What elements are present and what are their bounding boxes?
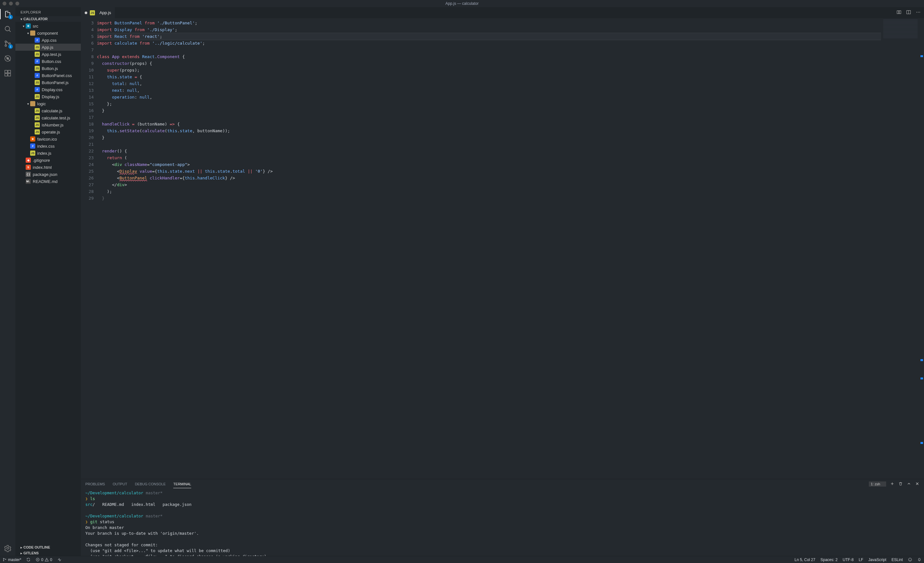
terminal-output[interactable]: ~/Development/calculator master*❯ lssrc/… <box>81 489 924 556</box>
split-editor-icon[interactable] <box>906 10 911 16</box>
code-line[interactable]: operation: null, <box>97 94 881 101</box>
file-row[interactable]: JSButtonPanel.js <box>15 79 81 86</box>
code-line[interactable]: <ButtonPanel clickHandler={this.handleCl… <box>97 175 881 182</box>
window-minimize-dot[interactable] <box>9 2 13 6</box>
activity-debug-icon[interactable] <box>3 54 12 63</box>
code-line[interactable]: } <box>97 195 881 201</box>
scm-badge: 1 <box>8 44 13 49</box>
file-row[interactable]: #Button.css <box>15 58 81 65</box>
code-line[interactable]: } <box>97 134 881 141</box>
code-line[interactable]: constructor(props) { <box>97 60 881 67</box>
code-line[interactable]: } <box>97 107 881 114</box>
file-row[interactable]: JSApp.js <box>15 44 81 51</box>
code-line[interactable]: import ButtonPanel from './ButtonPanel'; <box>97 20 881 26</box>
code-line[interactable]: handleClick = (buttonName) => { <box>97 121 881 128</box>
code-line[interactable]: total: null, <box>97 80 881 87</box>
file-row[interactable]: ◆.gitignore <box>15 157 81 164</box>
code-line[interactable]: </div> <box>97 182 881 188</box>
status-cursor-position[interactable]: Ln 5, Col 27 <box>792 557 818 562</box>
activity-settings-icon[interactable] <box>3 544 12 553</box>
minimap[interactable] <box>881 18 920 479</box>
terminal-line: Your branch is up-to-date with 'origin/m… <box>86 531 920 536</box>
editor-tab-appjs[interactable]: JS App.js <box>81 7 115 18</box>
file-row[interactable]: #App.css <box>15 37 81 44</box>
code-line[interactable]: import Display from './Display'; <box>97 26 881 33</box>
code-line[interactable] <box>97 141 881 148</box>
file-row[interactable]: JSindex.js <box>15 150 81 157</box>
new-terminal-icon[interactable] <box>890 482 894 486</box>
overview-ruler[interactable] <box>920 18 924 479</box>
svg-point-0 <box>5 26 10 31</box>
file-row[interactable]: JSoperate.js <box>15 128 81 135</box>
code-line[interactable]: this.state = { <box>97 74 881 80</box>
sidebar-section-project[interactable]: ▾ CALCULATOR <box>15 16 81 22</box>
file-row[interactable]: JSApp.test.js <box>15 51 81 58</box>
status-branch[interactable]: master* <box>0 556 24 563</box>
file-tree[interactable]: ▾⚛src▾component#App.cssJSApp.jsJSApp.tes… <box>15 22 81 544</box>
activity-scm-icon[interactable]: 1 <box>3 39 12 48</box>
sidebar-explorer: EXPLORER ▾ CALCULATOR ▾⚛src▾component#Ap… <box>15 7 81 556</box>
code-line[interactable]: render() { <box>97 148 881 155</box>
code-line[interactable]: }; <box>97 101 881 107</box>
code-line[interactable]: import calculate from '../logic/calculat… <box>97 40 881 47</box>
window-zoom-dot[interactable] <box>15 2 19 6</box>
editor[interactable]: 3456789101112131415161718192021222324252… <box>81 18 924 479</box>
activity-search-icon[interactable] <box>3 24 12 33</box>
sidebar-section-gitlens[interactable]: ▸ GITLENS <box>15 550 81 556</box>
panel-tab-terminal[interactable]: TERMINAL <box>173 480 191 488</box>
activity-extensions-icon[interactable] <box>3 69 12 78</box>
status-encoding[interactable]: UTF-8 <box>840 557 856 562</box>
code-line[interactable] <box>97 47 881 53</box>
panel-tab-output[interactable]: OUTPUT <box>112 480 127 488</box>
folder-row[interactable]: ▾component <box>15 30 81 37</box>
window-close-dot[interactable] <box>3 2 6 6</box>
activity-explorer-icon[interactable]: 1 <box>3 10 12 19</box>
code-line[interactable]: class App extends React.Component { <box>97 53 881 60</box>
file-row[interactable]: 5index.html <box>15 164 81 171</box>
file-row[interactable]: #ButtonPanel.css <box>15 72 81 79</box>
js-file-icon: JS <box>34 80 40 85</box>
file-row[interactable]: M↓README.md <box>15 178 81 185</box>
file-row[interactable]: JSDisplay.js <box>15 93 81 100</box>
panel-tab-problems[interactable]: PROBLEMS <box>86 480 105 488</box>
code-line[interactable]: return ( <box>97 155 881 161</box>
tree-item-label: src <box>33 24 38 29</box>
file-row[interactable]: JSButton.js <box>15 65 81 72</box>
status-language[interactable]: JavaScript <box>866 557 889 562</box>
code-line[interactable]: <div className="component-app"> <box>97 161 881 168</box>
folder-row[interactable]: ▾logic <box>15 100 81 107</box>
tree-item-label: App.css <box>42 38 57 43</box>
code-line[interactable] <box>97 114 881 121</box>
status-eol[interactable]: LF <box>856 557 866 562</box>
more-actions-icon[interactable] <box>916 10 921 16</box>
close-panel-icon[interactable] <box>915 482 920 486</box>
code-line[interactable]: this.setState(calculate(this.state, butt… <box>97 128 881 134</box>
status-sync[interactable] <box>24 556 33 563</box>
code-line[interactable]: super(props); <box>97 67 881 74</box>
file-row[interactable]: { }package.json <box>15 171 81 178</box>
status-bell-icon[interactable] <box>915 557 924 562</box>
status-indentation[interactable]: Spaces: 2 <box>818 557 840 562</box>
kill-terminal-icon[interactable] <box>898 482 903 486</box>
panel-tab-debug-console[interactable]: DEBUG CONSOLE <box>135 480 165 488</box>
compare-changes-icon[interactable] <box>896 10 902 16</box>
file-row[interactable]: #index.css <box>15 143 81 150</box>
status-linter[interactable]: ESLint <box>889 557 905 562</box>
maximize-panel-icon[interactable] <box>907 482 911 486</box>
file-row[interactable]: JScalculate.js <box>15 107 81 114</box>
code-area[interactable]: import ButtonPanel from './ButtonPanel';… <box>97 18 881 479</box>
file-row[interactable]: ★favicon.ico <box>15 135 81 143</box>
file-row[interactable]: #Display.css <box>15 86 81 93</box>
code-line[interactable]: ); <box>97 188 881 195</box>
code-line[interactable]: import React from 'react'; <box>97 33 881 40</box>
status-problems[interactable]: 0 0 <box>33 556 54 563</box>
folder-row[interactable]: ▾⚛src <box>15 23 81 30</box>
sidebar-section-outline[interactable]: ▸ CODE OUTLINE <box>15 544 81 550</box>
status-live-icon[interactable] <box>55 556 64 563</box>
file-row[interactable]: JScalculate.test.js <box>15 114 81 121</box>
file-row[interactable]: JSisNumber.js <box>15 121 81 128</box>
code-line[interactable]: next: null, <box>97 87 881 94</box>
code-line[interactable]: <Display value={this.state.next || this.… <box>97 168 881 175</box>
status-feedback-icon[interactable] <box>905 557 915 562</box>
terminal-shell-select[interactable]: 1: zsh <box>869 482 886 486</box>
